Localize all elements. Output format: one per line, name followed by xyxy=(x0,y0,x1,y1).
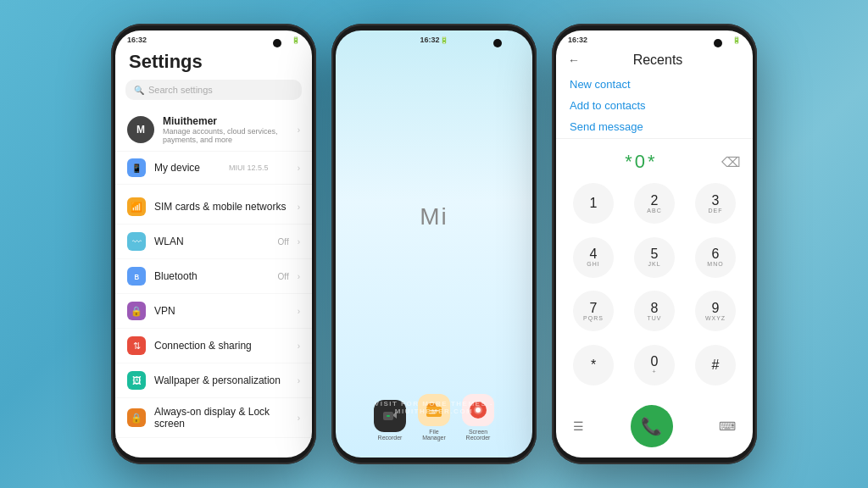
add-to-contacts-action[interactable]: Add to contacts xyxy=(570,99,739,112)
app-screenrecorder[interactable]: ScreenRecorder xyxy=(462,394,494,441)
svg-rect-3 xyxy=(429,410,439,412)
wallpaper-chevron: › xyxy=(298,376,300,385)
filemanager-icon xyxy=(418,394,450,426)
battery-icon: 🔋 xyxy=(292,36,300,44)
backspace-icon[interactable]: ⌫ xyxy=(721,154,741,170)
status-icons: 🔋 xyxy=(292,36,300,44)
setting-connection[interactable]: ⇅ Connection & sharing › xyxy=(115,329,312,363)
dial-0[interactable]: 0+ xyxy=(634,345,675,385)
status-bar-home: 16:32 🔋 xyxy=(408,30,459,47)
setting-bluetooth[interactable]: ʙ Bluetooth Off › xyxy=(115,259,312,294)
filemanager-label: FileManager xyxy=(422,429,446,441)
dial-8[interactable]: 8TUV xyxy=(634,291,675,331)
dialpad: 1 2ABC 3DEF 4GHI 5JKL 6MNO 7PQRS 8TUV 9W… xyxy=(556,180,753,398)
dial-4[interactable]: 4GHI xyxy=(573,237,614,278)
dialer-header: ← Recents xyxy=(556,47,753,73)
profile-desc: Manage accounts, cloud services, payment… xyxy=(163,127,289,144)
app-filemanager[interactable]: FileManager xyxy=(418,394,450,441)
wlan-chevron: › xyxy=(298,237,300,247)
bt-value: Off xyxy=(278,272,289,281)
profile-name: Miuithemer xyxy=(163,115,289,127)
dial-num-0: 0 xyxy=(651,355,659,369)
new-contact-action[interactable]: New contact xyxy=(570,78,739,91)
app-recorder[interactable]: Recorder xyxy=(374,400,406,441)
bt-chevron: › xyxy=(298,272,300,281)
vpn-chevron: › xyxy=(298,307,300,316)
dial-5[interactable]: 5JKL xyxy=(634,237,675,278)
recents-title: Recents xyxy=(587,53,741,68)
dial-num-5: 5 xyxy=(651,247,659,261)
dialpad-display: *0* ⌫ xyxy=(556,144,753,180)
profile-text: Miuithemer Manage accounts, cloud servic… xyxy=(163,115,289,144)
settings-list: 📶 SIM cards & mobile networks › 〰 WLAN O… xyxy=(115,190,312,438)
dial-num-3: 3 xyxy=(712,194,720,208)
sim-icon: 📶 xyxy=(127,197,146,216)
recents-actions: New contact Add to contacts Send message xyxy=(556,73,753,139)
status-bar-settings: 16:32 🔋 xyxy=(115,30,312,47)
wallpaper-label: Wallpaper & personalization xyxy=(154,374,289,386)
setting-lock[interactable]: 🔒 Always-on display & Lock screen › xyxy=(115,398,312,438)
setting-wallpaper[interactable]: 🖼 Wallpaper & personalization › xyxy=(115,363,312,398)
setting-wlan[interactable]: 〰 WLAN Off › xyxy=(115,225,312,259)
dial-2[interactable]: 2ABC xyxy=(634,183,675,224)
svg-rect-4 xyxy=(429,413,436,414)
phone-home: 16:32 🔋 Mi Recorder xyxy=(331,24,537,464)
menu-icon[interactable]: ☰ xyxy=(573,419,584,433)
dial-9[interactable]: 9WXYZ xyxy=(695,291,736,331)
dial-letters-5: JKL xyxy=(648,261,660,267)
device-version: MIUI 12.5.5 xyxy=(229,164,269,172)
camera-punch-hole xyxy=(273,39,281,47)
svg-rect-2 xyxy=(426,407,442,417)
dial-letters-8: TUV xyxy=(648,315,662,321)
setting-vpn[interactable]: 🔒 VPN › xyxy=(115,294,312,329)
svg-point-7 xyxy=(476,408,481,413)
camera-punch-hole-3 xyxy=(714,39,722,47)
profile-item[interactable]: M Miuithemer Manage accounts, cloud serv… xyxy=(115,108,312,152)
phone-dialer: 16:32 🔋 ← Recents New contact Add to con… xyxy=(552,24,757,464)
dial-num-8: 8 xyxy=(651,302,659,315)
send-message-action[interactable]: Send message xyxy=(570,120,739,133)
search-icon: 🔍 xyxy=(134,86,144,95)
connection-label: Connection & sharing xyxy=(154,340,289,352)
camera-punch-hole-2 xyxy=(493,39,502,47)
dial-6[interactable]: 6MNO xyxy=(695,237,736,278)
connection-icon: ⇅ xyxy=(127,336,146,355)
keypad-icon[interactable]: ⌨ xyxy=(719,419,736,433)
dial-hash[interactable]: # xyxy=(695,345,736,385)
search-placeholder: Search settings xyxy=(148,85,213,95)
app-dock: Recorder FileManager xyxy=(362,385,506,458)
device-item[interactable]: 📱 My device MIUI 12.5.5 › xyxy=(115,152,312,185)
dial-3[interactable]: 3DEF xyxy=(695,183,736,224)
call-button[interactable]: 📞 xyxy=(631,405,673,447)
home-battery-icon: 🔋 xyxy=(440,36,448,44)
dialer-battery-icon: 🔋 xyxy=(732,36,741,44)
mi-logo: Mi xyxy=(420,47,448,385)
dial-letters-3: DEF xyxy=(709,208,723,214)
device-chevron: › xyxy=(298,164,300,173)
dial-num-star: * xyxy=(591,358,596,372)
wlan-label: WLAN xyxy=(154,236,270,247)
home-screen: 16:32 🔋 Mi Recorder xyxy=(336,30,532,458)
status-time: 16:32 xyxy=(127,36,147,44)
dial-letters-9: WXYZ xyxy=(705,315,726,321)
search-bar[interactable]: 🔍 Search settings xyxy=(125,80,302,100)
dial-letters-2: ABC xyxy=(647,208,661,214)
dial-1[interactable]: 1 xyxy=(573,183,614,224)
lock-chevron: › xyxy=(298,413,300,423)
bt-label: Bluetooth xyxy=(154,270,270,282)
back-icon[interactable]: ← xyxy=(568,53,580,67)
profile-chevron: › xyxy=(298,125,300,135)
dial-num-4: 4 xyxy=(590,247,598,261)
wallpaper-icon: 🖼 xyxy=(127,371,146,390)
vpn-icon: 🔒 xyxy=(127,302,146,320)
setting-sim[interactable]: 📶 SIM cards & mobile networks › xyxy=(115,190,312,225)
dialer-status-time: 16:32 xyxy=(568,36,587,44)
avatar: M xyxy=(127,116,154,143)
dial-num-hash: # xyxy=(712,358,720,372)
screenrecorder-label: ScreenRecorder xyxy=(466,429,491,441)
dialer-bottom-bar: ☰ 📞 ⌨ xyxy=(556,398,753,458)
home-status-time: 16:32 xyxy=(420,36,439,44)
home-status-icons: 🔋 xyxy=(440,36,448,44)
dial-star[interactable]: * xyxy=(573,345,614,385)
dial-7[interactable]: 7PQRS xyxy=(573,291,614,331)
